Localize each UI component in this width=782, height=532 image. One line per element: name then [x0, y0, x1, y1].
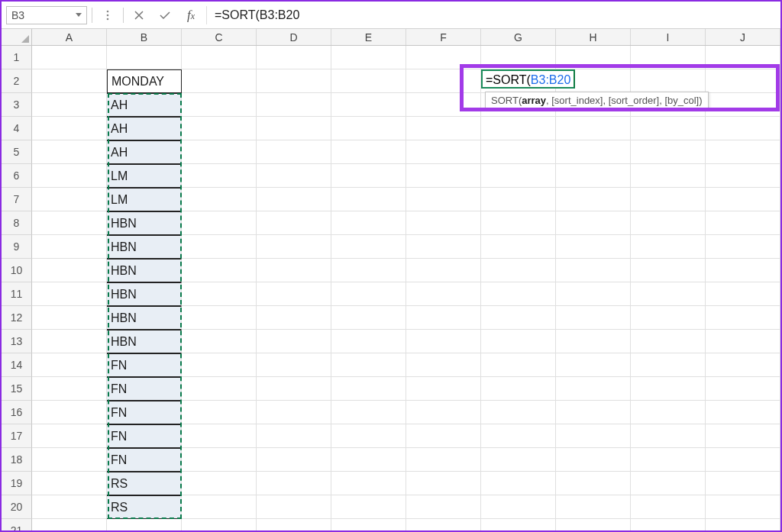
insert-function-button[interactable]: fx: [180, 6, 202, 24]
cell[interactable]: [182, 519, 257, 532]
cell[interactable]: [182, 401, 257, 424]
cell[interactable]: [706, 472, 780, 495]
cell[interactable]: [556, 235, 631, 259]
row-header[interactable]: 18: [2, 448, 32, 472]
cell[interactable]: [32, 188, 107, 211]
col-header[interactable]: H: [556, 29, 631, 45]
cell[interactable]: [257, 306, 331, 330]
cell[interactable]: [406, 259, 481, 282]
cell[interactable]: [556, 117, 631, 140]
cell[interactable]: [257, 330, 331, 353]
cell[interactable]: [182, 377, 257, 401]
cell[interactable]: [556, 472, 631, 495]
cell[interactable]: FN: [107, 401, 182, 424]
cell[interactable]: [182, 235, 257, 259]
cell[interactable]: [182, 330, 257, 353]
cell[interactable]: [32, 306, 107, 330]
cell[interactable]: [331, 472, 406, 495]
row-header[interactable]: 10: [2, 259, 32, 282]
cell[interactable]: [706, 69, 780, 93]
row-header[interactable]: 17: [2, 424, 32, 448]
cell[interactable]: [406, 69, 481, 93]
cell[interactable]: [32, 117, 107, 140]
cell[interactable]: [32, 164, 107, 188]
cell[interactable]: [182, 117, 257, 140]
cell[interactable]: [631, 330, 706, 353]
cell[interactable]: [556, 46, 631, 69]
cell[interactable]: [257, 472, 331, 495]
cell[interactable]: [331, 235, 406, 259]
cell[interactable]: [631, 46, 706, 69]
cell[interactable]: [631, 164, 706, 188]
cell[interactable]: [182, 188, 257, 211]
cell[interactable]: [631, 448, 706, 472]
cell[interactable]: [32, 472, 107, 495]
formula-input[interactable]: =SORT(B3:B20: [206, 6, 780, 24]
cell[interactable]: [331, 401, 406, 424]
cell[interactable]: FN: [107, 448, 182, 472]
cell[interactable]: [481, 140, 556, 164]
cell[interactable]: [257, 282, 331, 306]
cell[interactable]: [182, 46, 257, 69]
cell[interactable]: [32, 519, 107, 532]
cell[interactable]: [331, 330, 406, 353]
row-header[interactable]: 19: [2, 472, 32, 495]
cell[interactable]: [331, 519, 406, 532]
cell[interactable]: [32, 93, 107, 117]
cell[interactable]: [406, 306, 481, 330]
cell[interactable]: [631, 377, 706, 401]
cell[interactable]: [331, 448, 406, 472]
cell[interactable]: [481, 353, 556, 377]
cell[interactable]: [331, 93, 406, 117]
col-header[interactable]: G: [481, 29, 556, 45]
cell[interactable]: [706, 211, 780, 235]
cell[interactable]: [406, 235, 481, 259]
cell[interactable]: [107, 519, 182, 532]
row-header[interactable]: 8: [2, 211, 32, 235]
cell[interactable]: RS: [107, 495, 182, 519]
cell[interactable]: [107, 46, 182, 69]
cell[interactable]: [182, 495, 257, 519]
cell[interactable]: [32, 330, 107, 353]
cell[interactable]: HBN: [107, 235, 182, 259]
cell[interactable]: [706, 519, 780, 532]
row-header[interactable]: 7: [2, 188, 32, 211]
cell[interactable]: [631, 306, 706, 330]
cell[interactable]: AH: [107, 117, 182, 140]
cell[interactable]: [706, 448, 780, 472]
cell[interactable]: [182, 140, 257, 164]
cell[interactable]: [406, 495, 481, 519]
cell[interactable]: [406, 353, 481, 377]
cell[interactable]: [481, 211, 556, 235]
cell[interactable]: [406, 377, 481, 401]
cell[interactable]: [257, 188, 331, 211]
cell[interactable]: [706, 353, 780, 377]
cell[interactable]: FN: [107, 353, 182, 377]
col-header[interactable]: J: [706, 29, 780, 45]
cell[interactable]: [406, 424, 481, 448]
cell[interactable]: [182, 93, 257, 117]
cell[interactable]: [706, 46, 780, 69]
cell[interactable]: [406, 188, 481, 211]
cell[interactable]: [257, 495, 331, 519]
cell[interactable]: [406, 117, 481, 140]
cell[interactable]: [331, 282, 406, 306]
row-header[interactable]: 11: [2, 282, 32, 306]
col-header[interactable]: B: [107, 29, 182, 45]
row-header[interactable]: 4: [2, 117, 32, 140]
cell[interactable]: [706, 235, 780, 259]
cell[interactable]: [706, 117, 780, 140]
cell[interactable]: [406, 140, 481, 164]
cell[interactable]: [32, 377, 107, 401]
cell[interactable]: [331, 188, 406, 211]
cell[interactable]: [556, 519, 631, 532]
cell[interactable]: [556, 495, 631, 519]
cell[interactable]: MONDAY: [107, 69, 182, 93]
enter-button[interactable]: [154, 6, 176, 24]
cell[interactable]: [556, 424, 631, 448]
cell[interactable]: [182, 424, 257, 448]
row-header[interactable]: 3: [2, 93, 32, 117]
cell[interactable]: [257, 259, 331, 282]
cell[interactable]: [706, 495, 780, 519]
cell[interactable]: [631, 282, 706, 306]
